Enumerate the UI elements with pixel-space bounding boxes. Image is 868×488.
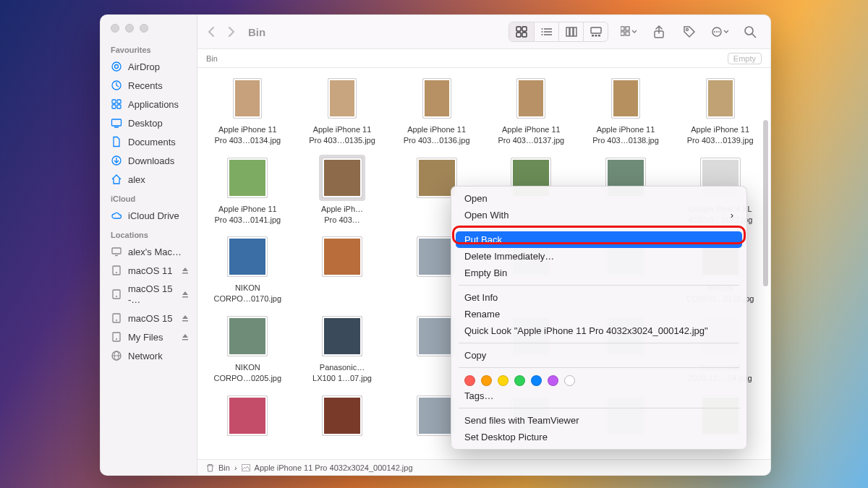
file-item[interactable]: Apple iPhone 11 Pro 403…0138.jpg bbox=[580, 72, 672, 149]
sidebar-item-airdrop[interactable]: AirDrop bbox=[101, 57, 197, 76]
file-item[interactable]: NIKON CORPO…0205.jpg bbox=[202, 310, 294, 387]
ctx-put-back[interactable]: Put Back bbox=[456, 231, 742, 248]
close-window-button[interactable] bbox=[111, 24, 119, 33]
sidebar-item-macos-15-[interactable]: macOS 15 -… bbox=[101, 280, 197, 309]
ctx-quick-look[interactable]: Quick Look "Apple iPhone 11 Pro 4032x302… bbox=[451, 322, 746, 339]
file-name: Panasonic… LX100 1…07.jpg bbox=[312, 362, 372, 384]
sidebar-item-alex-s-mac-[interactable]: alex's Mac… bbox=[101, 242, 197, 261]
ctx-open[interactable]: Open bbox=[451, 190, 746, 207]
sidebar-item-macos-15[interactable]: macOS 15 bbox=[101, 309, 197, 328]
file-thumbnail bbox=[328, 78, 357, 119]
path-current[interactable]: Apple iPhone 11 Pro 4032x3024_000142.jpg bbox=[255, 463, 413, 472]
sidebar-item-my-files[interactable]: My Files bbox=[101, 328, 197, 346]
tag-color-3[interactable] bbox=[514, 375, 525, 386]
action-button[interactable] bbox=[710, 22, 730, 41]
sidebar-item-documents[interactable]: Documents bbox=[101, 132, 197, 151]
image-icon bbox=[242, 464, 250, 471]
eject-icon[interactable] bbox=[181, 333, 190, 341]
icon-view-button[interactable] bbox=[509, 22, 534, 41]
ctx-set-desktop-picture[interactable]: Set Desktop Picture bbox=[451, 429, 746, 445]
chevron-right-icon: › bbox=[731, 210, 733, 221]
share-button[interactable] bbox=[649, 22, 669, 41]
tag-color-0[interactable] bbox=[464, 375, 475, 386]
file-item[interactable]: Apple iPhone 11 Pro 403…0135.jpg bbox=[297, 72, 388, 149]
path-sep: › bbox=[234, 463, 237, 472]
svg-rect-25 bbox=[516, 33, 521, 37]
file-item[interactable]: Apple iPhone 11 Pro 403…0136.jpg bbox=[391, 72, 482, 149]
file-item[interactable]: Apple iPhone 11 Pro 403…0141.jpg bbox=[202, 152, 294, 228]
desktop-icon bbox=[111, 117, 122, 129]
location-header-label: Bin bbox=[206, 54, 218, 63]
sidebar-item-network[interactable]: Network bbox=[101, 346, 197, 365]
sidebar-item-desktop[interactable]: Desktop bbox=[101, 114, 197, 132]
sidebar-item-icloud-drive[interactable]: iCloud Drive bbox=[101, 206, 197, 225]
sidebar-item-downloads[interactable]: Downloads bbox=[101, 151, 197, 170]
ctx-delete-immediately[interactable]: Delete Immediately… bbox=[451, 248, 746, 265]
file-name: Apple iPh… Pro 403… bbox=[321, 204, 363, 226]
path-root[interactable]: Bin bbox=[218, 463, 230, 472]
minimize-window-button[interactable] bbox=[125, 24, 134, 33]
file-name: Apple iPhone 11 Pro 403…0141.jpg bbox=[214, 204, 281, 226]
group-by-button[interactable] bbox=[618, 22, 639, 41]
ctx-get-info[interactable]: Get Info bbox=[451, 289, 746, 306]
zoom-window-button[interactable] bbox=[140, 24, 148, 33]
eject-icon[interactable] bbox=[181, 314, 190, 322]
file-item[interactable] bbox=[297, 231, 388, 307]
tag-color-4[interactable] bbox=[531, 375, 542, 386]
sidebar-item-label: Network bbox=[128, 351, 163, 361]
column-view-button[interactable] bbox=[558, 22, 583, 41]
scrollbar-thumb[interactable] bbox=[763, 120, 768, 286]
tag-color-6[interactable] bbox=[564, 375, 575, 386]
sidebar-item-recents[interactable]: Recents bbox=[101, 76, 197, 95]
download-icon bbox=[111, 155, 122, 166]
file-thumbnail bbox=[322, 316, 362, 356]
ctx-empty-bin[interactable]: Empty Bin bbox=[451, 265, 746, 281]
file-item[interactable] bbox=[297, 390, 388, 445]
svg-rect-37 bbox=[592, 35, 594, 37]
sidebar-item-macos-11[interactable]: macOS 11 bbox=[101, 261, 197, 280]
disk-icon bbox=[111, 331, 122, 343]
list-view-button[interactable] bbox=[534, 22, 558, 41]
file-item[interactable]: Apple iPhone 11 Pro 403…0139.jpg bbox=[674, 72, 766, 149]
file-item[interactable]: Apple iPhone 11 Pro 403…0134.jpg bbox=[202, 72, 294, 149]
svg-rect-10 bbox=[112, 248, 121, 254]
svg-point-13 bbox=[116, 272, 117, 273]
tags-button[interactable] bbox=[679, 22, 699, 41]
svg-rect-35 bbox=[574, 27, 576, 36]
eject-icon[interactable] bbox=[181, 266, 190, 275]
ctx-tags[interactable]: Tags… bbox=[451, 388, 746, 404]
tag-color-1[interactable] bbox=[481, 375, 492, 386]
sidebar-item-applications[interactable]: Applications bbox=[101, 95, 197, 114]
eject-icon[interactable] bbox=[181, 290, 190, 299]
ctx-send-teamviewer[interactable]: Send files with TeamViewer bbox=[451, 412, 746, 429]
search-button[interactable] bbox=[740, 22, 760, 41]
main-area: Bin Bin Empty Apple iPhone 11 bbox=[197, 15, 770, 475]
back-button[interactable] bbox=[208, 26, 215, 38]
file-item[interactable]: Apple iPhone 11 Pro 403…0137.jpg bbox=[485, 72, 577, 149]
file-name: Apple iPhone 11 Pro 403…0138.jpg bbox=[592, 124, 659, 146]
file-thumbnail bbox=[422, 78, 451, 119]
svg-rect-26 bbox=[522, 33, 527, 37]
location-header: Bin Empty bbox=[197, 49, 770, 68]
file-item[interactable]: Apple iPh… Pro 403… bbox=[297, 152, 388, 228]
svg-point-31 bbox=[541, 31, 542, 33]
svg-point-45 bbox=[686, 29, 689, 31]
ctx-copy[interactable]: Copy bbox=[451, 347, 746, 364]
sidebar-item-label: Applications bbox=[128, 99, 179, 110]
sidebar-item-alex[interactable]: alex bbox=[101, 170, 197, 189]
empty-bin-button[interactable]: Empty bbox=[728, 53, 762, 64]
svg-rect-39 bbox=[598, 35, 600, 37]
gallery-view-button[interactable] bbox=[583, 22, 608, 41]
file-item[interactable]: NIKON CORPO…0170.jpg bbox=[202, 231, 294, 307]
tag-color-2[interactable] bbox=[498, 375, 509, 386]
ctx-rename[interactable]: Rename bbox=[451, 306, 746, 322]
sidebar-item-label: macOS 15 -… bbox=[128, 283, 175, 305]
svg-point-50 bbox=[745, 27, 753, 35]
file-item[interactable] bbox=[202, 390, 294, 445]
tag-color-5[interactable] bbox=[548, 375, 558, 386]
svg-rect-42 bbox=[621, 32, 624, 35]
forward-button[interactable] bbox=[228, 26, 235, 38]
file-item[interactable]: Panasonic… LX100 1…07.jpg bbox=[297, 310, 388, 387]
ctx-open-with[interactable]: Open With› bbox=[451, 207, 746, 223]
svg-rect-18 bbox=[113, 333, 120, 341]
